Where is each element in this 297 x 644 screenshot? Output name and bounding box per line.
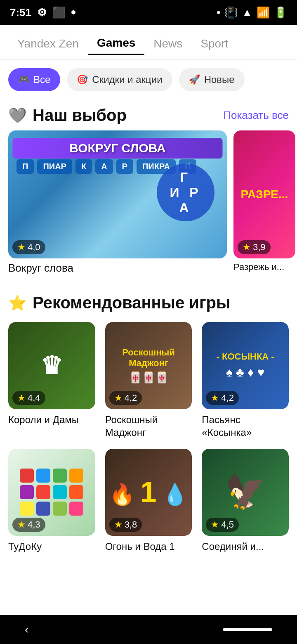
koroli-thumb: ♛ ★ 4,4 <box>8 322 95 409</box>
list-item[interactable]: ♛ ★ 4,4 Короли и Дамы <box>8 322 95 439</box>
main-content: 🎮 Все 🎯 Скидки и акции 🚀 Новые 🩶 Наш выб… <box>0 60 297 594</box>
heart-icon: 🩶 <box>8 107 27 124</box>
kosynka-thumb: - КОСЫНКА - ♠ ♣ ♦ ♥ ★ 4,2 <box>202 322 289 409</box>
vokrug-image: П ПИАР К А Р ПИКРА П Г И Р А <box>8 130 227 258</box>
kosynka-name: Пасьянс «Косынка» <box>202 413 289 439</box>
list-item[interactable]: - КОСЫНКА - ♠ ♣ ♦ ♥ ★ 4,2 Пасьянс «Косын… <box>202 322 289 439</box>
show-all-button[interactable]: Показать все <box>223 109 289 122</box>
recommended-header: ⭐ Рекомендованные игры <box>0 287 297 318</box>
recommended-title-wrap: ⭐ Рекомендованные игры <box>8 294 230 312</box>
filter-chip-new[interactable]: 🚀 Новые <box>179 68 245 91</box>
vokrug-rating: ★ 4,0 <box>12 240 45 254</box>
koroli-name: Короли и Дамы <box>8 413 95 426</box>
tab-news[interactable]: News <box>144 33 191 54</box>
games-grid: ♛ ★ 4,4 Короли и Дамы Роскошный Маджонг … <box>0 318 297 561</box>
recommended-title: Рекомендованные игры <box>33 294 230 312</box>
star-section-icon: ⭐ <box>8 294 27 312</box>
discount-icon: 🎯 <box>77 74 88 85</box>
status-time: 7:51 <box>10 6 31 19</box>
mahjong-thumb: Роскошный Маджонг 🀄🀄🀄 ★ 4,2 <box>105 322 192 409</box>
recommended-section: ⭐ Рекомендованные игры ♛ ★ 4,4 Короли и … <box>0 283 297 561</box>
settings-icon: ⚙ <box>37 6 47 19</box>
filter-all-label: Все <box>33 74 50 85</box>
back-button[interactable]: ‹ <box>25 623 28 636</box>
list-item[interactable]: 🦅 ★ 4,5 Соединяй и... <box>202 449 289 553</box>
status-bar-left: 7:51 ⚙ ⬛ <box>10 6 75 19</box>
status-bar-right: • 📳 ▲ 📶 🔋 <box>217 6 287 19</box>
connect-name: Соединяй и... <box>202 540 289 553</box>
star-icon-4: ★ <box>114 393 123 403</box>
star-icon-5: ★ <box>211 393 219 403</box>
signal-icon: 📶 <box>257 6 270 19</box>
list-item[interactable]: ★ 4,3 ТуДоКу <box>8 449 95 553</box>
tab-games[interactable]: Games <box>88 32 144 55</box>
star-icon: ★ <box>17 242 26 253</box>
featured-scroll: П ПИАР К А Р ПИКРА П Г И Р А <box>0 130 297 283</box>
filter-chip-sales[interactable]: 🎯 Скидки и акции <box>67 68 172 91</box>
connect-thumb: 🦅 ★ 4,5 <box>202 449 289 536</box>
our-choice-title: Наш выбор <box>33 106 127 125</box>
nav-bar: ‹ <box>0 615 297 644</box>
status-bar: 7:51 ⚙ ⬛ • 📳 ▲ 📶 🔋 <box>0 0 297 25</box>
featured-card-vokrug[interactable]: П ПИАР К А Р ПИКРА П Г И Р А <box>8 130 227 258</box>
wifi-icon: ▲ <box>242 6 252 19</box>
list-item[interactable]: Роскошный Маджонг 🀄🀄🀄 ★ 4,2 Роскошный Ма… <box>105 322 192 439</box>
tab-sport[interactable]: Sport <box>191 33 237 54</box>
star-icon-3: ★ <box>17 393 26 403</box>
battery-icon: 🔋 <box>274 6 287 19</box>
sudoku-thumb: ★ 4,3 <box>8 449 95 536</box>
star-icon-6: ★ <box>17 519 26 530</box>
vokrug-name: Вокруг слова <box>8 262 227 275</box>
gamepad-icon: 🎮 <box>18 74 29 85</box>
signal-dot: • <box>217 6 220 19</box>
our-choice-title-wrap: 🩶 Наш выбор <box>8 106 127 125</box>
filter-new-label: Новые <box>204 74 235 85</box>
razrezh-name: Разрежь и... <box>233 262 295 272</box>
nav-tabs: Yandex Zen Games News Sport <box>0 25 297 60</box>
filter-chip-all[interactable]: 🎮 Все <box>8 68 60 91</box>
sudoku-name: ТуДоКу <box>8 540 95 553</box>
home-indicator[interactable] <box>223 628 272 631</box>
star-icon-8: ★ <box>211 519 219 530</box>
razrezh-rating: ★ 3,9 <box>238 240 271 254</box>
tab-yandex-zen[interactable]: Yandex Zen <box>8 33 88 54</box>
featured-card-razrezh[interactable]: РАЗРЕ... ★ 3,9 <box>233 130 295 258</box>
filter-sales-label: Скидки и акции <box>92 74 162 85</box>
mahjong-name: Роскошный Маджонг <box>105 413 192 439</box>
star-icon-7: ★ <box>114 519 123 530</box>
razrezh-image: РАЗРЕ... <box>233 130 295 258</box>
filter-row: 🎮 Все 🎯 Скидки и акции 🚀 Новые <box>0 60 297 99</box>
rocket-icon: 🚀 <box>189 74 200 85</box>
fire-thumb: 🔥 1 💧 ★ 3,8 <box>105 449 192 536</box>
screenshot-icon: ⬛ <box>52 6 66 19</box>
our-choice-header: 🩶 Наш выбор Показать все <box>0 99 297 130</box>
star-icon-2: ★ <box>243 242 251 253</box>
fire-name: Огонь и Вода 1 <box>105 540 192 553</box>
list-item[interactable]: 🔥 1 💧 ★ 3,8 Огонь и Вода 1 <box>105 449 192 553</box>
notification-dot <box>71 10 75 14</box>
vibrate-icon: 📳 <box>224 6 238 19</box>
